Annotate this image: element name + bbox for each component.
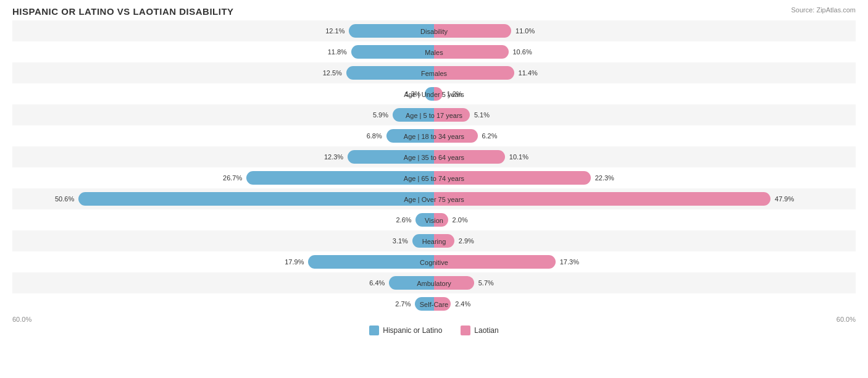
legend-item-right: Laotian <box>461 326 498 335</box>
row-label: Cognitive <box>416 258 452 267</box>
legend-box-right <box>461 326 470 335</box>
row-label: Self-Care <box>416 300 452 309</box>
chart-row: Vision2.6%2.0% <box>12 209 856 230</box>
value-right: 2.4% <box>455 300 470 308</box>
chart-row: Age | 65 to 74 years26.7%22.3% <box>12 167 856 188</box>
value-right: 2.9% <box>459 237 474 245</box>
bar-right <box>434 255 556 269</box>
chart-row: Cognitive17.9%17.3% <box>12 251 856 272</box>
source-label: Source: ZipAtlas.com <box>791 6 856 14</box>
row-label: Disability <box>417 27 451 36</box>
legend: Hispanic or Latino Laotian <box>12 326 856 335</box>
value-left: 12.3% <box>324 153 343 161</box>
chart-row: Disability12.1%11.0% <box>12 20 856 41</box>
value-right: 5.1% <box>474 111 490 119</box>
bar-left <box>78 192 434 206</box>
chart-row: Self-Care2.7%2.4% <box>12 293 856 314</box>
value-right: 10.6% <box>512 48 532 56</box>
row-label: Age | Under 5 years <box>400 90 468 99</box>
legend-label-left: Hispanic or Latino <box>383 326 442 335</box>
bar-left <box>308 255 434 269</box>
value-left: 26.7% <box>223 174 242 182</box>
chart-row: Females12.5%11.4% <box>12 62 856 83</box>
chart-row: Age | 5 to 17 years5.9%5.1% <box>12 104 856 125</box>
value-right: 11.4% <box>519 69 538 77</box>
row-label: Hearing <box>419 237 450 246</box>
value-left: 12.1% <box>325 27 344 35</box>
value-left: 3.1% <box>393 237 408 245</box>
chart-row: Age | 18 to 34 years6.8%6.2% <box>12 125 856 146</box>
value-left: 6.8% <box>367 132 382 140</box>
axis-right: 60.0% <box>837 316 856 323</box>
row-label: Age | 5 to 17 years <box>402 111 466 120</box>
value-left: 17.9% <box>285 258 304 266</box>
legend-box-left <box>369 326 379 335</box>
value-left: 50.6% <box>55 195 74 203</box>
chart-rows-area: Disability12.1%11.0%Males11.8%10.6%Femal… <box>12 20 856 314</box>
row-label: Ambulatory <box>413 279 455 288</box>
row-label: Age | 65 to 74 years <box>400 174 468 183</box>
chart-row: Age | 35 to 64 years12.3%10.1% <box>12 146 856 167</box>
row-label: Age | 18 to 34 years <box>400 132 468 141</box>
value-left: 5.9% <box>373 111 388 119</box>
value-right: 17.3% <box>560 258 579 266</box>
value-right: 22.3% <box>595 174 614 182</box>
value-right: 2.0% <box>453 216 468 224</box>
legend-label-right: Laotian <box>474 326 498 335</box>
chart-row: Males11.8%10.6% <box>12 41 856 62</box>
chart-row: Age | Under 5 years1.3%1.2% <box>12 83 856 104</box>
axis-left: 60.0% <box>12 316 31 323</box>
chart-row: Ambulatory6.4%5.7% <box>12 272 856 293</box>
bar-right <box>434 192 770 206</box>
row-label: Age | 35 to 64 years <box>400 153 468 162</box>
row-label: Males <box>421 48 446 57</box>
row-label: Age | Over 75 years <box>400 195 468 204</box>
chart-container: HISPANIC OR LATINO VS LAOTIAN DISABILITY… <box>0 0 868 378</box>
chart-title: HISPANIC OR LATINO VS LAOTIAN DISABILITY <box>12 6 856 17</box>
chart-row: Age | Over 75 years50.6%47.9% <box>12 188 856 209</box>
value-left: 12.5% <box>323 69 342 77</box>
value-left: 11.8% <box>328 48 347 56</box>
value-left: 2.7% <box>395 300 411 308</box>
value-left: 2.6% <box>396 216 412 224</box>
value-left: 6.4% <box>369 279 385 287</box>
value-right: 10.1% <box>509 153 528 161</box>
row-label: Vision <box>421 216 447 225</box>
value-right: 11.0% <box>515 27 535 35</box>
axis-labels: 60.0% 60.0% <box>12 316 856 323</box>
chart-row: Hearing3.1%2.9% <box>12 230 856 251</box>
value-right: 47.9% <box>775 195 794 203</box>
row-label: Females <box>417 69 451 78</box>
value-right: 5.7% <box>478 279 494 287</box>
value-right: 6.2% <box>482 132 497 140</box>
legend-item-left: Hispanic or Latino <box>369 326 442 335</box>
